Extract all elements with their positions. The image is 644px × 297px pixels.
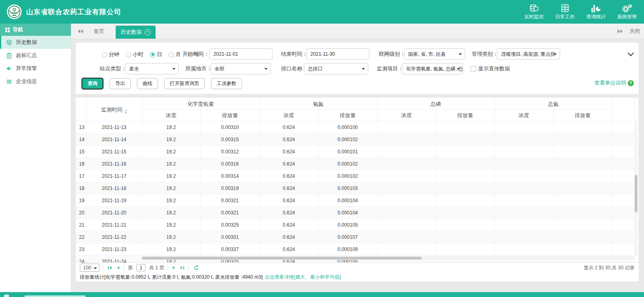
top-nav-item-2[interactable]: 日常工作 (554, 4, 576, 20)
tab-home[interactable]: 首页 (94, 28, 104, 35)
direct-data-label: 显示直传数据 (478, 65, 510, 72)
tabs-close-menu[interactable]: 关闭 (629, 28, 640, 35)
table-row[interactable]: 172021-11-1719.20.003140.6240.000102 (76, 170, 634, 182)
management-category-label: 管理类别： (472, 48, 498, 60)
table-row[interactable]: 182021-11-1819.20.003190.6240.000103 (76, 182, 634, 194)
value-cell: 0.000109 (318, 243, 377, 256)
value-cell: 0.624 (259, 194, 318, 207)
value-cell (553, 207, 612, 219)
direct-data-checkbox-wrap[interactable]: 显示直传数据 (470, 63, 510, 74)
sidebar-item-4[interactable]: 企业信息 (0, 75, 71, 88)
view-details-link[interactable]: 点击查看详情[最大、最小和平均值] (265, 274, 341, 281)
table-row[interactable]: 212021-11-2119.20.003250.6240.000105 (76, 219, 634, 231)
table-row[interactable]: 132021-11-1319.20.003100.6240.000100 (76, 121, 634, 133)
tabs-scroll-right-icon[interactable] (618, 29, 623, 33)
vertical-scrollbar[interactable] (634, 120, 638, 256)
value-cell (377, 170, 436, 182)
unit-help-text: 查看单位说明 (594, 79, 626, 87)
time-column-header[interactable]: 监测时间 (86, 98, 142, 121)
monitor-items-select[interactable]: 化学需氧量, 氨氮, 总磷, 总 (402, 63, 463, 74)
gear-icon (621, 4, 633, 13)
row-number-cell: 13 (76, 121, 86, 133)
outlet-name-select[interactable]: 总排口 (304, 63, 368, 74)
tab-history-data[interactable]: 历史数据 (116, 26, 156, 39)
radio-icon[interactable] (102, 52, 107, 57)
table-row[interactable]: 152021-11-1519.20.003120.6240.000101 (76, 146, 634, 158)
radio-label: 日 (157, 51, 162, 58)
database-icon (529, 4, 539, 13)
city-value: 全部 (215, 66, 224, 72)
sidebar: 导航 历史数据超标汇总异常报警企业信息 (0, 24, 71, 292)
chevron-down-icon (554, 53, 557, 55)
value-cell (495, 170, 553, 182)
pagination-bar: 100 第 共 1 页 显示 1 到 30,共 30 记录 (76, 262, 639, 273)
sort-icon[interactable] (125, 109, 127, 114)
export-button[interactable]: 导出 (110, 78, 131, 89)
table-row[interactable]: 222021-11-2219.20.003310.6240.000107 (76, 231, 634, 243)
radio-icon[interactable] (169, 52, 174, 57)
period-radio-日[interactable]: 日 (150, 51, 162, 58)
table-row[interactable]: 142021-11-1419.20.003150.6240.000102 (76, 133, 634, 146)
page-number-input[interactable] (136, 264, 145, 271)
value-cell (495, 158, 553, 170)
curve-button[interactable]: 曲线 (137, 78, 158, 89)
emission-stats-text: 排放量统计[化学需氧量:0.0952 t, 累计流量:0 t, 氨氮:0.003… (80, 274, 263, 281)
direct-data-checkbox[interactable] (470, 66, 476, 72)
spacer-cell (612, 121, 634, 133)
row-number-cell: 18 (76, 182, 86, 194)
radio-label: 小时 (133, 51, 143, 58)
top-nav-item-4[interactable]: 系统管理 (616, 4, 637, 20)
station-type-select[interactable]: 废水 (125, 63, 179, 74)
radio-label: 分钟 (109, 51, 119, 58)
top-nav-item-3[interactable]: 查询统计 (585, 4, 607, 20)
first-page-button[interactable] (107, 265, 112, 271)
sidebar-item-2[interactable]: 超标汇总 (0, 49, 71, 62)
prev-page-button[interactable] (116, 265, 120, 270)
tab-close-icon[interactable] (145, 29, 151, 35)
chart-icon (591, 4, 601, 13)
end-time-input[interactable] (306, 48, 369, 60)
row-number-cell: 15 (76, 146, 86, 158)
tabs-scroll-left-icon[interactable] (78, 29, 83, 33)
start-time-input[interactable] (209, 48, 273, 60)
top-nav-label: 实时监控 (524, 13, 544, 20)
filter-collapse-icon[interactable] (628, 50, 634, 57)
sub-header-emission: 排放量 (318, 110, 377, 121)
top-nav-label: 查询统计 (586, 13, 606, 20)
vscroll-thumb[interactable] (635, 175, 637, 212)
top-nav-item-1[interactable]: 实时监控 (523, 4, 545, 20)
period-radio-小时[interactable]: 小时 (126, 51, 143, 58)
sub-header-concentration: 浓度 (142, 110, 200, 121)
city-select[interactable]: 全部 (211, 63, 271, 74)
table-row[interactable]: 162021-11-1619.20.003160.6240.000102 (76, 158, 634, 170)
table-row[interactable]: 232021-11-2319.20.003370.6240.000109 (76, 243, 634, 256)
table-row[interactable]: 192021-11-1919.20.003210.6240.000104 (76, 194, 634, 207)
value-cell: 0.000101 (318, 146, 377, 158)
network-level-select[interactable]: 国家, 省, 市, 区县 (404, 48, 465, 60)
management-category-select[interactable]: 违规项目, 高架源, 重点排 (497, 48, 560, 60)
sidebar-item-3[interactable]: 异常报警 (0, 62, 71, 75)
next-page-button[interactable] (172, 265, 176, 270)
sidebar-item-1[interactable]: 历史数据 (0, 36, 71, 49)
monitor-date-cell: 2021-11-20 (86, 207, 142, 219)
table-row[interactable]: 202021-11-2019.20.003210.6240.000104 (76, 207, 634, 219)
value-cell (553, 243, 612, 256)
row-number-cell: 14 (76, 133, 86, 146)
value-cell: 0.000105 (318, 219, 377, 231)
page-size-select[interactable]: 100 (80, 264, 99, 272)
radio-icon[interactable] (150, 52, 155, 57)
hscroll-thumb[interactable] (142, 257, 422, 260)
period-radio-月[interactable]: 月 (169, 51, 181, 58)
value-cell: 0.000102 (318, 158, 377, 170)
period-radio-分钟[interactable]: 分钟 (102, 51, 119, 58)
horizontal-scrollbar[interactable] (142, 256, 634, 260)
condition-params-button[interactable]: 工况参数 (211, 78, 242, 89)
unit-help-link[interactable]: 查看单位说明 (594, 79, 634, 87)
footer-logo-fragment (4, 295, 9, 297)
query-button[interactable]: 查询 (81, 78, 103, 90)
open-new-query-button[interactable]: 打开新查询页 (164, 78, 205, 89)
radio-icon[interactable] (126, 52, 131, 57)
last-page-button[interactable] (180, 265, 185, 271)
sub-header-concentration: 浓度 (377, 110, 436, 121)
refresh-icon[interactable] (193, 264, 200, 271)
